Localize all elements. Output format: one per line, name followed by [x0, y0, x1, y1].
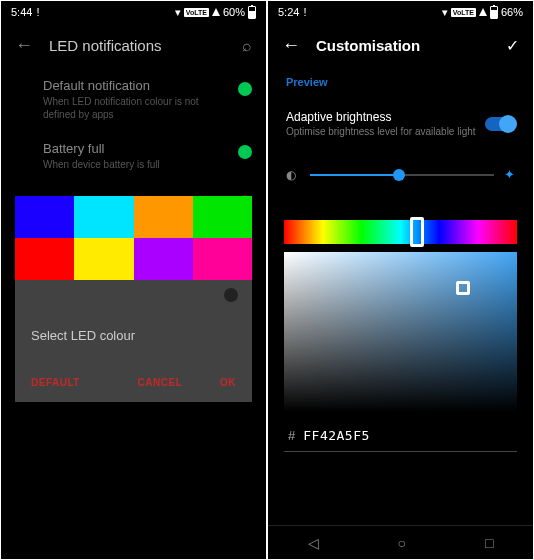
- status-time: 5:44: [11, 6, 32, 18]
- hash-label: #: [288, 428, 295, 443]
- signal-icon: [479, 8, 487, 16]
- led-dot: [238, 145, 252, 159]
- phone-customisation: 5:24 ! ▾ VoLTE 66% ← Customisation ✓ Pre…: [268, 1, 533, 559]
- signal-icon: [212, 8, 220, 16]
- nav-back-icon[interactable]: ◁: [308, 535, 319, 551]
- swatch-yellow[interactable]: [74, 238, 133, 280]
- brightness-slider-row: ◐ ✦: [282, 153, 519, 212]
- hex-value[interactable]: FF42A5F5: [303, 428, 370, 443]
- hue-thumb[interactable]: [410, 217, 424, 247]
- adaptive-brightness-toggle[interactable]: [485, 117, 515, 131]
- battery-pct: 66%: [501, 6, 523, 18]
- swatch-green[interactable]: [193, 196, 252, 238]
- custom-color-icon[interactable]: [224, 288, 238, 302]
- swatch-blue[interactable]: [15, 196, 74, 238]
- dialog-title: Select LED colour: [15, 310, 252, 367]
- swatch-pink[interactable]: [193, 238, 252, 280]
- search-icon[interactable]: ⌕: [242, 37, 252, 55]
- battery-icon: [248, 6, 256, 19]
- sv-thumb[interactable]: [456, 281, 470, 295]
- volte-icon: VoLTE: [184, 8, 209, 17]
- app-header: ← LED notifications ⌕: [1, 23, 266, 68]
- brightness-slider[interactable]: [310, 174, 494, 176]
- hex-input-row[interactable]: # FF42A5F5: [284, 426, 517, 452]
- led-dot: [238, 82, 252, 96]
- swatch-purple[interactable]: [134, 238, 193, 280]
- hue-slider[interactable]: [284, 220, 517, 244]
- status-bar: 5:24 ! ▾ VoLTE 66%: [268, 1, 533, 23]
- ok-button[interactable]: OK: [220, 377, 236, 388]
- back-icon[interactable]: ←: [282, 35, 300, 56]
- setting-item-default[interactable]: Default notification When LED notificati…: [15, 68, 252, 131]
- status-time: 5:24: [278, 6, 299, 18]
- swatch-red[interactable]: [15, 238, 74, 280]
- wifi-icon: ▾: [442, 6, 448, 19]
- color-picker-dialog: Select LED colour DEFAULT CANCEL OK: [15, 196, 252, 402]
- brightness-auto-icon[interactable]: ✦: [504, 167, 515, 182]
- priority-icon: !: [36, 6, 39, 18]
- volte-icon: VoLTE: [451, 8, 476, 17]
- page-title: LED notifications: [49, 37, 226, 54]
- battery-pct: 60%: [223, 6, 245, 18]
- brightness-low-icon: ◐: [286, 168, 300, 182]
- battery-icon: [490, 6, 498, 19]
- nav-recent-icon[interactable]: □: [485, 535, 493, 551]
- saturation-value-picker[interactable]: [284, 252, 517, 412]
- back-icon[interactable]: ←: [15, 35, 33, 56]
- cancel-button[interactable]: CANCEL: [138, 377, 183, 388]
- color-swatches: [15, 196, 252, 280]
- confirm-icon[interactable]: ✓: [506, 36, 519, 55]
- adaptive-brightness-row[interactable]: Adaptive brightness Optimise brightness …: [282, 104, 519, 153]
- page-title: Customisation: [316, 37, 490, 54]
- priority-icon: !: [303, 6, 306, 18]
- swatch-cyan[interactable]: [74, 196, 133, 238]
- android-nav-bar: ◁ ○ □: [268, 525, 533, 559]
- slider-thumb[interactable]: [393, 169, 405, 181]
- default-button[interactable]: DEFAULT: [31, 377, 80, 388]
- phone-led-notifications: 5:44 ! ▾ VoLTE 60% ← LED notifications ⌕…: [1, 1, 266, 559]
- status-bar: 5:44 ! ▾ VoLTE 60%: [1, 1, 266, 23]
- nav-home-icon[interactable]: ○: [398, 535, 406, 551]
- preview-label: Preview: [282, 68, 519, 104]
- swatch-orange[interactable]: [134, 196, 193, 238]
- app-header: ← Customisation ✓: [268, 23, 533, 68]
- wifi-icon: ▾: [175, 6, 181, 19]
- setting-item-battery-full[interactable]: Battery full When device battery is full: [15, 131, 252, 181]
